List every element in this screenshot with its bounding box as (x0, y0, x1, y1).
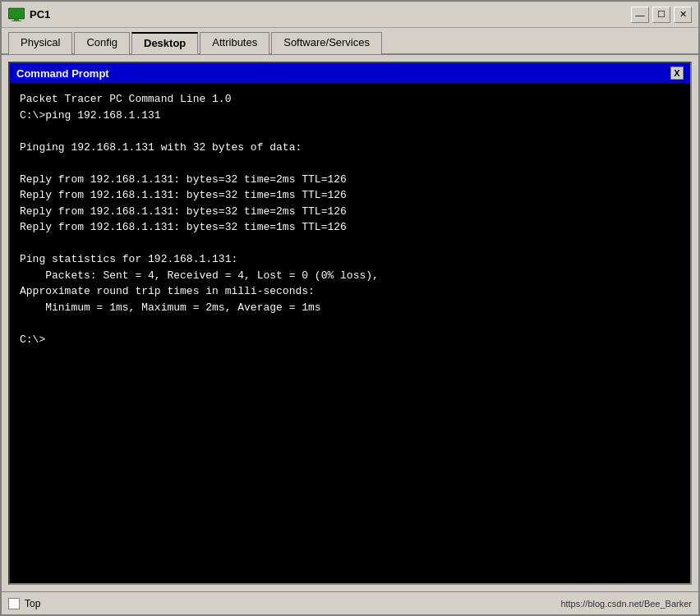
minimize-button[interactable]: — (631, 7, 649, 23)
svg-rect-1 (14, 19, 19, 21)
close-button[interactable]: ✕ (674, 7, 692, 23)
tab-software-services[interactable]: Software/Services (271, 32, 382, 54)
top-label: Top (25, 598, 40, 609)
top-checkbox[interactable] (8, 598, 20, 609)
window-controls: — ☐ ✕ (631, 7, 692, 23)
status-left: Top (8, 598, 40, 609)
svg-rect-2 (12, 21, 21, 21)
command-prompt-window: Command Prompt X Packet Tracer PC Comman… (8, 62, 692, 585)
tab-config[interactable]: Config (74, 32, 130, 54)
tab-desktop[interactable]: Desktop (131, 32, 198, 54)
tab-bar: Physical Config Desktop Attributes Softw… (2, 28, 698, 55)
cmd-close-button[interactable]: X (670, 67, 684, 80)
main-content: Command Prompt X Packet Tracer PC Comman… (2, 55, 698, 591)
tab-physical[interactable]: Physical (8, 32, 72, 54)
maximize-button[interactable]: ☐ (652, 7, 670, 23)
status-bar: Top https://blog.csdn.net/Bee_Barker (2, 591, 698, 614)
cmd-title-bar: Command Prompt X (10, 63, 690, 83)
cmd-output[interactable]: Packet Tracer PC Command Line 1.0 C:\>pi… (10, 83, 690, 583)
tab-attributes[interactable]: Attributes (200, 32, 269, 54)
svg-rect-0 (8, 8, 25, 19)
watermark: https://blog.csdn.net/Bee_Barker (560, 599, 692, 609)
app-icon (8, 7, 25, 23)
title-bar: PC1 — ☐ ✕ (2, 2, 698, 28)
cmd-window-title: Command Prompt (16, 67, 109, 80)
window-title: PC1 (30, 8, 631, 21)
main-window: PC1 — ☐ ✕ Physical Config Desktop Attrib… (0, 0, 700, 616)
